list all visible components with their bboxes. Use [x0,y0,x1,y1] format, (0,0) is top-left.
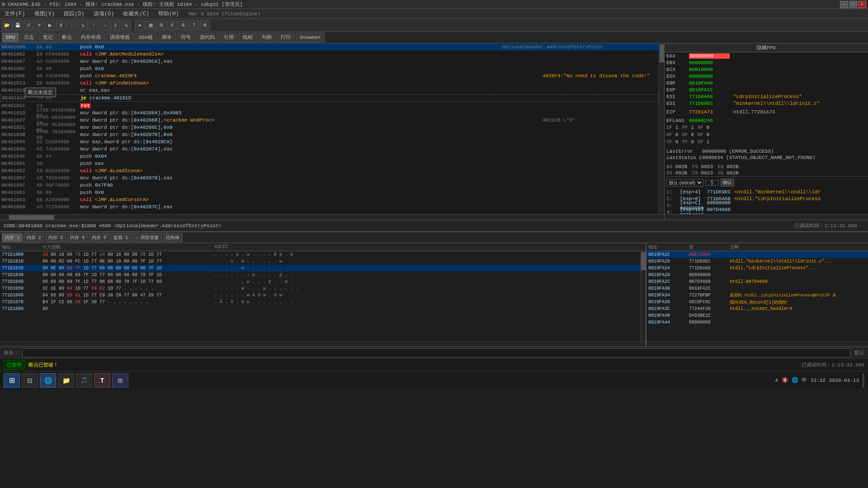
menu-trace[interactable]: 跟踪(D) [61,9,87,19]
disasm-row-00401007[interactable]: 00401007 A3 CA204000 mov dword ptr ds:[0… [0,58,659,65]
stack-row-0019FA28[interactable]: 0019FA28 00000000 [646,272,868,278]
step-out-button[interactable]: ↑ [89,20,99,30]
maximize-button[interactable]: □ [849,1,857,8]
mem-map-button[interactable]: ▦ [146,20,156,30]
minimize-button[interactable]: − [840,1,848,8]
stack-row-0019FA40[interactable]: 0019FA40 DAD3BE1C [646,312,868,319]
tab-source[interactable]: 源代码 [196,33,219,42]
mem-row-771D1020[interactable]: 771D1020 00 0E 00 80 7F 1D 77 08 00 00 0… [0,265,640,272]
tab-print[interactable]: 打印 [277,33,295,42]
mem-tab-watch[interactable]: 监视 1 [110,233,131,242]
taskbar-item-1[interactable]: ⊟ [22,373,38,388]
disasm-row-00401000[interactable]: 00401000 6A 00 push 0x0 OptionalHeader.A… [0,43,659,51]
taskbar-item-6[interactable]: ⊞ [112,373,128,388]
disasm-hscroll-thumb[interactable] [9,215,54,220]
settings-button[interactable]: ⚙ [200,20,210,30]
calc-button[interactable]: fx [156,20,166,30]
stack-row-0019FA24[interactable]: 0019FA24 771D6A68 ntdll."LdrpInitializeP… [646,265,868,272]
disasm-row-00401002[interactable]: 00401002 E8 FF040000 call <JMP.&GetModul… [0,51,659,58]
menu-help[interactable]: 帮助(H) [156,9,182,19]
mem-tab-2[interactable]: 内存 2 [24,233,44,242]
param-count-input[interactable] [705,180,719,186]
disasm-row-00401031[interactable]: 00401031 C705 6C204000 00 mov dword ptr … [0,124,659,131]
mem-tab-1[interactable]: 内存 1 [2,233,23,242]
confirm-params-btn[interactable]: 确认 [721,178,734,187]
trace-over-button[interactable]: ⇘ [121,20,131,30]
disasm-row-0040103B[interactable]: 0040103B C705 70204000 00 mov dword ptr … [0,131,659,138]
disasm-hscrollbar[interactable] [0,214,664,220]
tab-refs[interactable]: 引用 [220,33,238,42]
stack-row-0019FA30[interactable]: 0019FA30 0019FA1C [646,285,868,292]
restart-button[interactable]: ↺ [24,20,33,30]
disasm-scrollbar[interactable] [659,43,664,214]
mem-row-771D1060[interactable]: 771D1060 84 86 00 80 81 1D 77 C0 38 20 7… [0,292,640,299]
step-over-button[interactable]: ↘ [78,20,88,30]
mem-scroll-thumb[interactable] [641,252,646,270]
mem-row-771D1030[interactable]: 771D1030 06 00 08 00 60 7F 1D 77 06 00 0… [0,272,640,278]
pause-button[interactable]: ⏸ [56,20,66,30]
start-button[interactable]: ⊞ [4,373,20,388]
disasm-row-00401057[interactable]: 00401057 A3 78204000 mov dword ptr ds:[0… [0,174,659,182]
mem-tab-3[interactable]: 内存 3 [45,233,66,242]
help-button[interactable]: ? [189,20,199,30]
tab-threads[interactable]: 线程 [239,33,257,42]
disasm-row-00401052[interactable]: 00401052 E8 D1030000 call <JMP.&LoadIcon… [0,167,659,174]
disasm-scroll-thumb[interactable] [660,44,664,62]
disasm-row-00401045[interactable]: 00401045 A1 CA204000 mov eax,dword ptr d… [0,138,659,145]
disasm-row-0040105C[interactable]: 0040105C 68 00F70000 push 0x7F00 [0,182,659,189]
trace-into-button[interactable]: ⇓ [110,20,120,30]
command-input[interactable] [22,348,851,357]
menu-options[interactable]: 选项(O) [91,9,117,19]
stack-row-0019FA3C[interactable]: 0019FA3C 7724AF20 ntdll.__except_handler… [646,305,868,312]
show-desktop-btn[interactable] [863,373,864,388]
mem-hscrollbar[interactable] [0,341,646,347]
disasm-row-0040101C[interactable]: 0040101C C3 ret [0,102,659,109]
stack-row-0019FA20[interactable]: 0019FA20 771D69EC ntdll."minkernel\\ntdl… [646,258,868,265]
mem-tab-4[interactable]: 内存 4 [67,233,88,242]
close-button[interactable]: × [858,1,866,8]
close-proc-button[interactable]: ✕ [34,20,44,30]
disasm-row-00401051[interactable]: 00401051 50 push eax [0,160,659,167]
stack-row-0019FA38[interactable]: 0019FA38 0019FC9C 指向SEH_Record[1]的指针 [646,299,868,305]
disasm-row-0040101A[interactable]: 0040101A 74 01 je crackme.40101D [0,94,659,102]
reg-hscrollbar[interactable] [665,214,868,220]
mem-row-771D1080[interactable]: 771D1080 80 [0,305,640,312]
menu-favorites[interactable]: 收藏夹(C) [120,9,152,19]
disasm-row-00401063[interactable]: 00401063 E8 A2030000 call <JMP.&LoadCurs… [0,196,659,203]
disasm-row-00401068[interactable]: 00401068 A3 7C204000 mov dword ptr ds:[0… [0,203,659,211]
tab-seh[interactable]: SEH链 [135,33,157,42]
disasm-row-0040100E[interactable]: 0040100E 68 F4204000 push crackme.4020F4… [0,72,659,80]
tab-handles[interactable]: 句柄 [258,33,276,42]
mem-vscrollbar[interactable] [640,251,646,341]
tab-script[interactable]: 脚本 [158,33,176,42]
stack-row-0019FA2C[interactable]: 0019FA2C 007D4668 ntdll.007D4668 [646,278,868,285]
disasm-row-0040101D[interactable]: 0040101D C705 64204000 03 mov dword ptr … [0,109,659,117]
mem-row-771D1050[interactable]: 771D1050 1C 1E 00 04 1D 77 08 82 1D 77 .… [0,285,640,292]
mem-row-771D1070[interactable]: 771D1070 B4 1F C2 80 C0 1F 30 77 . . . .… [0,299,640,305]
menu-file[interactable]: 文件(F) [2,9,28,19]
convention-select[interactable]: 默认 (stdcall) [666,179,703,187]
mem-tab-struct[interactable]: 结构体 [163,233,183,242]
mem-row-771D1000[interactable]: 771D1000 16 80 18 00 70 1D 77 14 80 16 0… [0,251,640,258]
disasm-row-0040104A[interactable]: 0040104A A3 74204000 mov dword ptr ds:[0… [0,145,659,153]
mem-row-771D1010[interactable]: 771D1010 00 00 02 00 FC 1D 77 0E 00 10 0… [0,258,640,265]
tab-cpu[interactable]: CPU [2,33,19,42]
mem-tab-5[interactable]: 内存 5 [89,233,109,242]
disasm-row-0040104F[interactable]: 0040104F 6A 64 push 0x64 [0,153,659,160]
tab-memory-layout[interactable]: 内存布局 [77,33,105,42]
taskbar-item-2[interactable]: 🌐 [40,373,56,388]
taskbar-item-5[interactable]: T [94,373,110,388]
save-button[interactable]: 💾 [13,20,23,30]
run-button[interactable]: ▶ [45,20,55,30]
disasm-row-0040100C[interactable]: 0040100C 6A 00 push 0x0 [0,65,659,72]
menu-view[interactable]: 视图(V) [32,9,58,19]
stack-row-selected[interactable]: 0019FA1C ADE78994 [646,251,868,258]
breakpoint-button[interactable]: ● [135,20,145,30]
tab-snowman[interactable]: Snowman [296,33,325,42]
mem-row-771D1040[interactable]: 771D1040 06 08 00 60 7F 1D 77 06 08 00 7… [0,278,640,285]
run-to-cursor-button[interactable]: → [99,20,109,30]
stack-row-0019FA44[interactable]: 0019FA44 00000000 [646,319,868,326]
mem-tab-locals[interactable]: → 局部变量 [132,233,162,242]
disasm-row-00401013[interactable]: 00401013 E8 A6040000 call <JMP.&FindWind… [0,80,659,87]
open-button[interactable]: 📂 [2,20,12,30]
